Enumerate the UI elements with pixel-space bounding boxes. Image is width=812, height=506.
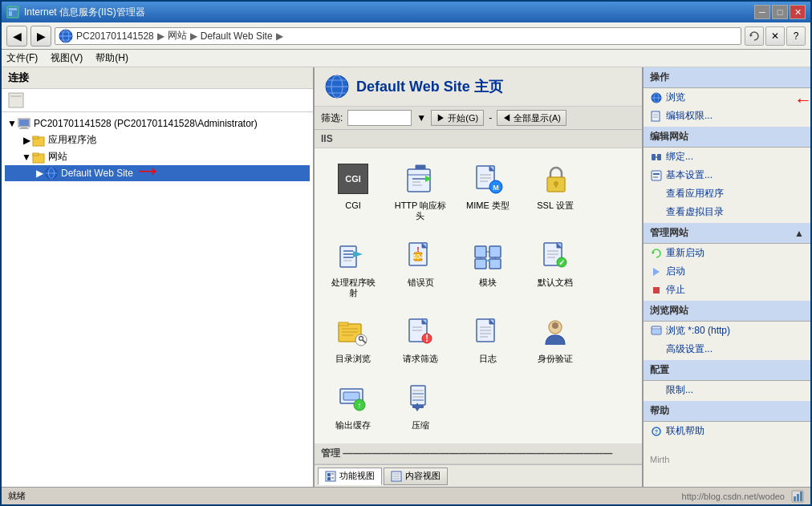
svg-rect-138 (794, 496, 796, 501)
tree-item-root[interactable]: ▼ PC201701141528 (PC201701141528\Adminis… (5, 115, 310, 132)
right-action-limit[interactable]: 限制... (644, 381, 810, 399)
status-bar: 就绪 http://blog.csdn.net/wodeo (2, 487, 810, 504)
refresh-button[interactable] (745, 26, 764, 46)
svg-rect-140 (800, 492, 802, 501)
right-action-advanced[interactable]: 高级设置... (644, 340, 810, 358)
stop-icon (651, 285, 662, 296)
icon-output-cache[interactable]: ↑ 输出缓存 (321, 374, 385, 437)
svg-rect-120 (652, 111, 660, 121)
icon-reqfilter[interactable]: ! 请求筛选 (388, 308, 453, 370)
icon-http-response[interactable]: HTTP 响应标头 (388, 155, 453, 229)
restart-icon (651, 248, 662, 259)
address-bar[interactable]: PC201701141528 ▶ 网站 ▶ Default Web Site ▶ (55, 27, 741, 45)
status-text: 就绪 (8, 490, 26, 502)
svg-marker-45 (353, 251, 363, 257)
status-right: http://blog.csdn.net/wodeo (682, 490, 804, 503)
icon-log[interactable]: 日志 (456, 308, 520, 370)
mime-icon-svg: M (472, 163, 504, 195)
manage-collapse-button[interactable]: ▲ (794, 228, 804, 239)
mirth-label: Mirth (644, 448, 810, 471)
right-section-manage-site: 管理网站 ▲ 重新启动 (644, 223, 810, 299)
filter-input[interactable] (347, 110, 412, 126)
right-action-edit-perm[interactable]: 编辑权限... (644, 107, 810, 125)
svg-rect-57 (489, 246, 501, 257)
maximize-button[interactable]: □ (772, 5, 788, 19)
right-action-restart[interactable]: 重新启动 (644, 244, 810, 262)
filter-bar: 筛选: ▼ ▶ 开始(G) - ◀ 全部显示(A) (315, 107, 642, 130)
svg-rect-97 (343, 392, 359, 400)
help-button[interactable]: ? (786, 26, 806, 46)
status-url: http://blog.csdn.net/wodeo (682, 492, 785, 501)
main-layout: 连接 ▼ (2, 67, 810, 487)
right-action-online-help[interactable]: ? 联机帮助 (644, 422, 810, 440)
stop-button[interactable]: ✕ (765, 26, 785, 46)
tab-feature-view[interactable]: 功能视图 (318, 468, 382, 485)
right-action-view-app[interactable]: 查看应用程序 (644, 184, 810, 203)
menu-view[interactable]: 视图(V) (51, 51, 83, 65)
icon-modules[interactable]: 模块 (456, 232, 520, 306)
browse-icon (650, 91, 663, 104)
icon-mime[interactable]: M MIME 类型 (456, 155, 520, 229)
forward-button[interactable]: ▶ (30, 26, 51, 47)
svg-rect-43 (555, 184, 557, 188)
svg-marker-129 (652, 251, 655, 254)
filter-start-button[interactable]: ▶ 开始(G) (431, 110, 484, 126)
icon-auth[interactable]: 身份验证 (523, 308, 587, 370)
svg-rect-16 (33, 136, 39, 139)
tree-item-apppool[interactable]: ▶ 应用程序池 (5, 132, 310, 148)
close-button[interactable]: ✕ (790, 5, 806, 19)
right-section-help: 帮助 ? 联机帮助 (644, 401, 810, 440)
app-icon (6, 6, 19, 18)
svg-rect-9 (9, 93, 23, 107)
tree-toolbar-icon[interactable] (8, 92, 24, 108)
svg-rect-12 (21, 127, 27, 128)
svg-rect-14 (19, 119, 29, 126)
back-button[interactable]: ◀ (6, 26, 27, 47)
icon-default-doc[interactable]: ✓ 默认文档 (523, 232, 587, 306)
menu-file[interactable]: 文件(F) (6, 51, 38, 65)
right-configure-title: 配置 (644, 360, 810, 381)
right-action-basic-settings[interactable]: 基本设置... (644, 166, 810, 184)
address-toolbar: ◀ ▶ PC201701141528 ▶ 网站 ▶ Default Web Si… (2, 22, 810, 50)
right-section-browse-site: 浏览网站 浏览 *:80 (http) 高级设置... (644, 301, 810, 358)
svg-text:M: M (493, 184, 499, 192)
icon-dirbrowse[interactable]: 目录浏览 (321, 308, 385, 370)
svg-rect-127 (653, 173, 660, 175)
apppool-icon (32, 134, 45, 147)
icon-error[interactable]: 404 ! 错误页 (388, 232, 453, 306)
right-action-browse[interactable]: 浏览 (644, 88, 810, 107)
svg-point-95 (552, 322, 558, 329)
icon-compression[interactable]: 压缩 (388, 374, 453, 437)
svg-rect-110 (331, 473, 334, 475)
right-action-browse-80[interactable]: 浏览 *:80 (http) (644, 322, 810, 340)
tree-item-default-web-site[interactable]: ▶ Default Web Site (5, 165, 310, 181)
address-part-3: Default Web Site (201, 30, 273, 42)
bind-icon (651, 152, 662, 163)
right-action-start[interactable]: 启动 (644, 262, 810, 281)
svg-rect-131 (653, 287, 660, 293)
right-actions-title: 操作 (644, 67, 810, 88)
online-help-icon: ? (651, 426, 662, 437)
right-action-bind[interactable]: 绑定... (644, 148, 810, 166)
status-network-icon (791, 490, 804, 503)
svg-rect-126 (652, 171, 661, 180)
main-window: Internet 信息服务(IIS)管理器 ─ □ ✕ ◀ ▶ PC201701… (0, 0, 812, 506)
log-icon-svg (472, 316, 504, 348)
filter-show-all-button[interactable]: ◀ 全部显示(A) (497, 110, 566, 126)
icon-handler[interactable]: 处理程序映射 (321, 232, 385, 306)
svg-rect-58 (475, 259, 486, 269)
right-action-stop[interactable]: 停止 (644, 281, 810, 299)
right-help-title: 帮助 (644, 401, 810, 422)
icons-grid: CGI CGI (315, 148, 642, 443)
menu-help[interactable]: 帮助(H) (95, 51, 128, 65)
start-icon (651, 266, 662, 277)
address-part-1: PC201701141528 (76, 30, 154, 42)
icon-ssl[interactable]: SSL 设置 (523, 155, 587, 229)
right-action-view-dir[interactable]: 查看虚拟目录 (644, 203, 810, 221)
tab-content-view[interactable]: 内容视图 (384, 468, 448, 485)
reqfilter-icon-svg: ! (404, 316, 436, 348)
svg-text:!: ! (417, 245, 420, 253)
icon-cgi[interactable]: CGI CGI (321, 155, 385, 229)
svg-rect-124 (657, 154, 661, 160)
minimize-button[interactable]: ─ (754, 5, 770, 19)
